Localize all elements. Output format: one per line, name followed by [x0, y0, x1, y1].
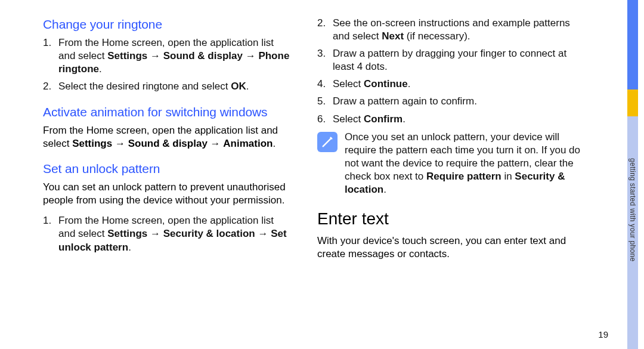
- text: Select: [333, 78, 364, 89]
- list-item: Draw a pattern by dragging your finger t…: [317, 47, 586, 73]
- section-animation: Activate animation for switching windows…: [43, 104, 293, 150]
- list-item: From the Home screen, open the applicati…: [43, 214, 293, 254]
- tab-segment-orange: [627, 89, 638, 116]
- list-item: Draw a pattern again to confirm.: [317, 95, 586, 108]
- list-item: Select the desired ringtone and select O…: [43, 80, 293, 93]
- text: .: [383, 184, 386, 195]
- heading-enter-text: Enter text: [317, 209, 586, 228]
- bold: Sound & display: [128, 138, 208, 149]
- bold: Animation: [223, 138, 273, 149]
- text: Select the desired ringtone and select: [58, 81, 231, 92]
- ordered-list: From the Home screen, open the applicati…: [43, 214, 293, 254]
- list-item: From the Home screen, open the applicati…: [43, 36, 293, 76]
- bold: Sound & display: [163, 50, 243, 61]
- arrow: →: [243, 50, 258, 61]
- ordered-list-continued: See the on-screen instructions and examp…: [317, 17, 586, 126]
- bold: Confirm: [364, 113, 402, 125]
- ordered-list: From the Home screen, open the applicati…: [43, 36, 293, 93]
- arrow: →: [147, 228, 163, 239]
- arrow: →: [112, 138, 128, 149]
- text: (if necessary).: [404, 30, 470, 42]
- note-box: Once you set an unlock pattern, your dev…: [317, 131, 586, 196]
- right-column: See the on-screen instructions and examp…: [317, 17, 609, 337]
- list-item: Select Confirm.: [317, 113, 586, 126]
- page-number: 19: [598, 329, 608, 339]
- bold: Next: [382, 30, 404, 42]
- heading-change-ringtone: Change your ringtone: [43, 17, 293, 32]
- text: .: [408, 78, 411, 89]
- paragraph: From the Home screen, open the applicati…: [43, 124, 293, 150]
- tab-segment-blue: [627, 0, 638, 89]
- heading-animation: Activate animation for switching windows: [43, 104, 293, 119]
- section-change-ringtone: Change your ringtone From the Home scree…: [43, 17, 293, 94]
- tab-label: getting started with your phone: [628, 158, 637, 261]
- text: .: [402, 113, 405, 125]
- paragraph: You can set an unlock pattern to prevent…: [43, 181, 293, 207]
- list-item: See the on-screen instructions and examp…: [317, 17, 586, 43]
- list-item: Select Continue.: [317, 78, 586, 91]
- note-text: Once you set an unlock pattern, your dev…: [345, 131, 586, 196]
- arrow: →: [147, 50, 163, 61]
- section-unlock-pattern: Set an unlock pattern You can set an unl…: [43, 161, 293, 254]
- paragraph: With your device's touch screen, you can…: [317, 234, 586, 261]
- bold: OK: [231, 81, 246, 92]
- arrow: →: [255, 228, 271, 239]
- left-column: Change your ringtone From the Home scree…: [43, 17, 317, 337]
- bold: Continue: [364, 78, 408, 89]
- text: .: [128, 242, 131, 253]
- text: .: [273, 138, 275, 149]
- bold: Settings: [107, 50, 147, 61]
- arrow: →: [208, 138, 223, 149]
- note-icon: [317, 132, 338, 152]
- text: .: [99, 63, 102, 75]
- bold: Security & location: [163, 228, 255, 239]
- heading-unlock-pattern: Set an unlock pattern: [43, 161, 293, 176]
- tab-segment-light: getting started with your phone: [627, 116, 638, 349]
- chapter-tab: getting started with your phone: [627, 0, 638, 349]
- document-page: Change your ringtone From the Home scree…: [0, 0, 644, 349]
- text: in: [501, 171, 515, 182]
- bold: Require pattern: [426, 171, 501, 182]
- text: .: [246, 81, 249, 92]
- text: Select: [333, 113, 364, 125]
- bold: Settings: [107, 228, 147, 239]
- bold: Settings: [72, 138, 112, 149]
